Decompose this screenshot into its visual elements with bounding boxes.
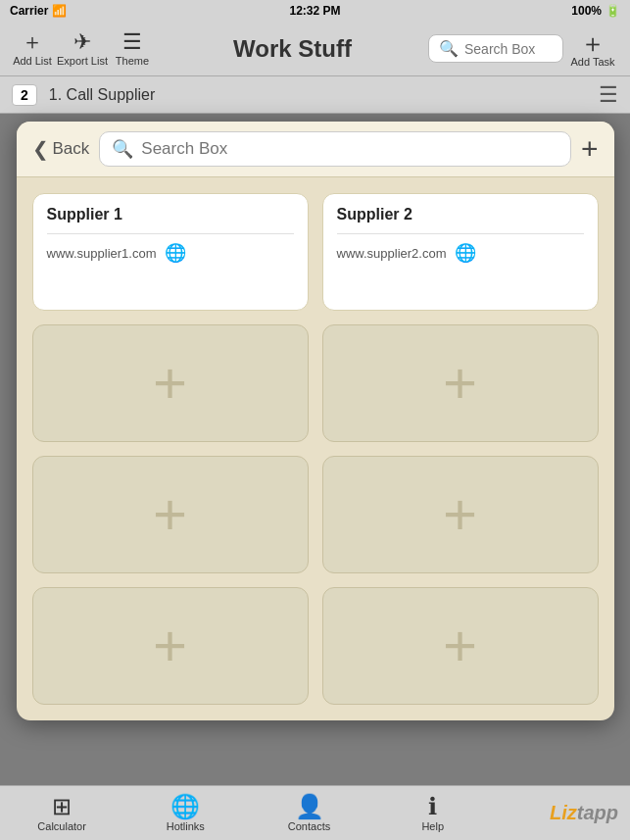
sub-header: 2 1. Call Supplier ☰ (0, 76, 630, 114)
add-icon-2: + (443, 354, 477, 413)
calculator-label: Calculator (37, 820, 86, 832)
help-label: Help (421, 820, 444, 832)
add-icon-6: + (443, 617, 477, 675)
toolbar-search-box[interactable]: 🔍 (428, 34, 563, 63)
main-area: ❮ Back 🔍 + Supplier 1 www.supplier1.com (0, 114, 630, 785)
modal-header: ❮ Back 🔍 + (17, 122, 614, 177)
modal-search-icon: 🔍 (112, 138, 133, 160)
current-task-label: 1. Call Supplier (49, 86, 599, 104)
card-divider (47, 233, 294, 234)
status-right: 100% 🔋 (571, 4, 620, 18)
modal-add-button[interactable]: + (581, 134, 599, 164)
battery-icon: 🔋 (606, 4, 620, 18)
supplier-1-url: www.supplier1.com (47, 246, 157, 261)
add-supplier-slot-5[interactable]: + (32, 587, 309, 705)
tab-contacts[interactable]: 👤 Contacts (247, 795, 370, 832)
modal-search-box[interactable]: 🔍 (99, 131, 571, 167)
theme-button[interactable]: ☰ Theme (108, 31, 157, 67)
supplier-2-name: Supplier 2 (337, 206, 584, 223)
globe-tab-icon: 🌐 (170, 795, 200, 818)
app-title: Work Stuff (157, 35, 428, 63)
status-bar: Carrier 📶 12:32 PM 100% 🔋 (0, 0, 630, 22)
wifi-icon: 📶 (52, 4, 67, 18)
brand-logo: Liztapp (495, 802, 630, 824)
status-left: Carrier 📶 (10, 4, 67, 18)
globe-icon-2: 🌐 (455, 242, 476, 264)
carrier-label: Carrier (10, 4, 48, 18)
contacts-icon: 👤 (295, 795, 324, 818)
info-icon: ℹ (428, 795, 437, 818)
search-icon: 🔍 (439, 39, 459, 58)
contacts-label: Contacts (288, 820, 330, 832)
status-time: 12:32 PM (289, 4, 340, 18)
battery-label: 100% (571, 4, 602, 18)
globe-icon-1: 🌐 (165, 242, 186, 264)
modal-search-input[interactable] (141, 139, 558, 159)
supplier-card-2[interactable]: Supplier 2 www.supplier2.com 🌐 (322, 193, 599, 311)
back-button[interactable]: ❮ Back (32, 137, 90, 161)
toolbar-search-input[interactable] (464, 41, 553, 57)
add-supplier-slot-3[interactable]: + (32, 456, 309, 573)
brand-liz: Liz (550, 802, 577, 823)
add-list-icon: ＋ (22, 31, 43, 53)
supplier-2-url: www.supplier2.com (337, 246, 447, 261)
supplier-card-1[interactable]: Supplier 1 www.supplier1.com 🌐 (32, 193, 309, 311)
task-count-badge: 2 (12, 84, 37, 106)
menu-icon[interactable]: ☰ (599, 82, 618, 108)
back-chevron-icon: ❮ (32, 137, 49, 161)
add-supplier-slot-6[interactable]: + (322, 587, 599, 705)
brand-tapp: tapp (577, 802, 618, 823)
add-task-button[interactable]: ＋ Add Task (563, 30, 622, 68)
modal-panel: ❮ Back 🔍 + Supplier 1 www.supplier1.com (17, 122, 614, 720)
export-icon: ✈ (73, 31, 91, 53)
add-icon-5: + (153, 617, 187, 675)
supplier-2-url-row: www.supplier2.com 🌐 (337, 242, 584, 264)
modal-overlay: ❮ Back 🔍 + Supplier 1 www.supplier1.com (0, 114, 630, 785)
export-list-label: Export List (57, 55, 108, 67)
add-task-icon: ＋ (580, 30, 606, 56)
add-list-label: Add List (13, 55, 52, 67)
add-icon-3: + (153, 485, 187, 544)
top-toolbar: ＋ Add List ✈ Export List ☰ Theme Work St… (0, 22, 630, 76)
tab-hotlinks[interactable]: 🌐 Hotlinks (123, 795, 247, 832)
export-list-button[interactable]: ✈ Export List (57, 31, 108, 67)
hotlinks-label: Hotlinks (167, 820, 205, 832)
add-list-button[interactable]: ＋ Add List (8, 31, 57, 67)
theme-icon: ☰ (122, 31, 142, 53)
add-supplier-slot-2[interactable]: + (322, 324, 599, 442)
add-icon-1: + (153, 354, 187, 413)
back-label: Back (53, 139, 90, 159)
theme-label: Theme (116, 55, 149, 67)
tab-help[interactable]: ℹ Help (371, 795, 495, 832)
add-supplier-slot-1[interactable]: + (32, 324, 309, 442)
supplier-grid: Supplier 1 www.supplier1.com 🌐 Supplier … (17, 177, 614, 720)
tab-calculator[interactable]: ⊞ Calculator (0, 795, 123, 832)
card-divider-2 (337, 233, 584, 234)
add-supplier-slot-4[interactable]: + (322, 456, 599, 573)
supplier-1-url-row: www.supplier1.com 🌐 (47, 242, 294, 264)
supplier-1-name: Supplier 1 (47, 206, 294, 223)
tab-bar: ⊞ Calculator 🌐 Hotlinks 👤 Contacts ℹ Hel… (0, 785, 630, 840)
add-task-label: Add Task (570, 56, 614, 68)
calculator-icon: ⊞ (52, 795, 72, 818)
add-icon-4: + (443, 485, 477, 544)
